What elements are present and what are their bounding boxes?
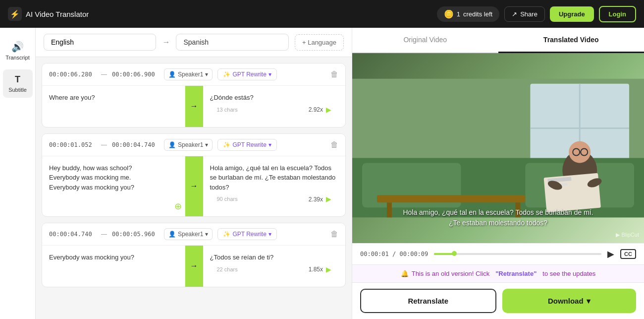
time-dash-2: — xyxy=(101,141,107,148)
main-layout: 🔊 Transcript T Subtitle → Spanish + Lang… xyxy=(0,28,644,319)
progress-dot xyxy=(452,251,457,256)
sidebar-item-subtitle[interactable]: T Subtitle xyxy=(3,69,33,98)
translate-arrow-btn-3[interactable]: → xyxy=(185,246,203,287)
speaker-label-1: Speaker1 xyxy=(178,71,203,78)
entry-card-2: — 👤 Speaker1 ▾ ✨ GPT Rewrite ▾ 🗑 xyxy=(42,133,346,217)
translate-arrow-btn-2[interactable]: → xyxy=(185,156,203,217)
delete-btn-3[interactable]: 🗑 xyxy=(330,230,338,239)
time-start-3[interactable] xyxy=(49,231,96,238)
speaker-chevron-3: ▾ xyxy=(205,231,208,238)
target-language-select[interactable]: Spanish xyxy=(176,34,288,51)
speaker-select-2[interactable]: 👤 Speaker1 ▾ xyxy=(164,139,213,151)
login-button[interactable]: Login xyxy=(599,6,636,22)
video-scene: Hola amigo, ¿qué tal en la escuela? Todo… xyxy=(352,53,644,243)
translated-text-2: Hola amigo, ¿qué tal en la escuela? Todo… xyxy=(210,163,339,192)
gpt-icon-2: ✨ xyxy=(223,141,230,148)
retranslate-button[interactable]: Retranslate xyxy=(360,289,496,313)
play-icon-2[interactable]: ▶ xyxy=(326,194,331,204)
entry-card-1: — 👤 Speaker1 ▾ ✨ GPT Rewrite ▾ 🗑 xyxy=(42,63,346,128)
speaker-icon-3: 👤 xyxy=(168,231,176,238)
subtitle-icon: T xyxy=(15,74,20,85)
char-count-3: 22 chars xyxy=(217,265,238,274)
translated-area-3: ¿Todos se reían de ti? 22 chars 1.85x ▶ xyxy=(203,246,346,287)
time-dash-1: — xyxy=(101,71,107,78)
gpt-rewrite-btn-3[interactable]: ✨ GPT Rewrite ▾ xyxy=(217,228,276,240)
app-header: ⚡ AI Video Translator 🪙 1 credits left ↗… xyxy=(0,0,644,28)
share-label: Share xyxy=(520,10,537,18)
entry-body-3: Everybody was mocking you? → ¿Todos se r… xyxy=(42,246,345,287)
credits-icon: 🪙 xyxy=(444,9,454,19)
share-button[interactable]: ↗ Share xyxy=(504,6,545,22)
entry-footer-2: 90 chars 2.39x ▶ xyxy=(210,192,339,209)
entry-body-1: Where are you? → ¿Dónde estás? 13 chars … xyxy=(42,86,345,127)
target-language-value: Spanish xyxy=(183,38,209,46)
tab-translated-video[interactable]: Translated Video xyxy=(498,28,644,53)
app-logo-icon: ⚡ xyxy=(8,7,22,21)
retranslate-notice-text: This is an old version! Click xyxy=(412,270,490,277)
time-start-1[interactable] xyxy=(49,71,96,78)
sidebar-item-transcript[interactable]: 🔊 Transcript xyxy=(3,36,33,65)
translated-area-1: ¿Dónde estás? 13 chars 2.92x ▶ xyxy=(203,86,346,127)
gpt-chevron-3: ▾ xyxy=(268,231,271,238)
time-start-2[interactable] xyxy=(49,141,96,148)
speaker-chevron-2: ▾ xyxy=(205,141,208,148)
app-title: AI Video Translator xyxy=(26,10,89,18)
gpt-icon-1: ✨ xyxy=(223,71,230,78)
retranslate-notice: 🔔 This is an old version! Click "Retrans… xyxy=(352,264,644,282)
speed-value-2: 2.39x xyxy=(309,195,323,204)
time-dash-3: — xyxy=(101,231,107,238)
play-button[interactable]: ▶ xyxy=(607,249,614,259)
video-container: Hola amigo, ¿qué tal en la escuela? Todo… xyxy=(352,53,644,243)
subtitle-overlay: Hola amigo, ¿qué tal en la escuela? Todo… xyxy=(352,207,644,228)
retranslate-notice-bell: 🔔 xyxy=(401,270,409,277)
gpt-rewrite-btn-1[interactable]: ✨ GPT Rewrite ▾ xyxy=(217,68,276,80)
translated-text-3: ¿Todos se reían de ti? xyxy=(210,253,339,262)
speaker-icon-2: 👤 xyxy=(168,141,176,148)
add-language-button[interactable]: + Language xyxy=(295,34,344,51)
speed-badge-1: 2.92x ▶ xyxy=(309,105,331,115)
delete-btn-2[interactable]: 🗑 xyxy=(330,140,338,149)
retranslate-notice-suffix: to see the updates xyxy=(542,270,595,277)
cc-button[interactable]: CC xyxy=(620,249,636,259)
gpt-label-2: GPT Rewrite xyxy=(232,141,266,148)
speaker-chevron-1: ▾ xyxy=(205,71,208,78)
arrow-icon: → xyxy=(162,38,170,47)
upgrade-button[interactable]: Upgrade xyxy=(550,6,594,22)
time-end-3[interactable] xyxy=(112,231,159,238)
progress-bar[interactable] xyxy=(434,253,601,255)
entry-body-2: Hey buddy, how was school?Everybody was … xyxy=(42,156,345,217)
retranslate-link[interactable]: "Retranslate" xyxy=(495,270,537,277)
translated-area-2: Hola amigo, ¿qué tal en la escuela? Todo… xyxy=(203,156,346,217)
speaker-select-3[interactable]: 👤 Speaker1 ▾ xyxy=(164,228,213,240)
speed-badge-3: 1.85x ▶ xyxy=(309,264,331,275)
speaker-icon-1: 👤 xyxy=(168,71,176,78)
time-end-1[interactable] xyxy=(112,71,159,78)
video-time-display: 00:00:01 / 00:00:09 xyxy=(360,251,428,257)
delete-btn-1[interactable]: 🗑 xyxy=(330,70,338,79)
gpt-rewrite-btn-2[interactable]: ✨ GPT Rewrite ▾ xyxy=(217,139,276,151)
center-panel: → Spanish + Language — 👤 Speaker1 ▾ xyxy=(36,28,352,319)
sidebar-item-subtitle-label: Subtitle xyxy=(8,87,27,93)
entry-header-3: — 👤 Speaker1 ▾ ✨ GPT Rewrite ▾ 🗑 xyxy=(42,223,345,246)
video-tabs: Original Video Translated Video xyxy=(352,28,644,53)
entry-card-3: — 👤 Speaker1 ▾ ✨ GPT Rewrite ▾ 🗑 xyxy=(42,223,346,287)
credits-count: 1 xyxy=(457,10,460,18)
gpt-chevron-2: ▾ xyxy=(268,141,271,148)
translate-arrow-btn-1[interactable]: → xyxy=(185,86,203,127)
entry-header-2: — 👤 Speaker1 ▾ ✨ GPT Rewrite ▾ 🗑 xyxy=(42,134,345,156)
entry-footer-3: 22 chars 1.85x ▶ xyxy=(210,262,339,280)
gpt-icon-3: ✨ xyxy=(223,231,230,238)
source-language-input[interactable] xyxy=(44,34,156,51)
right-panel: Original Video Translated Video xyxy=(352,28,644,319)
add-text-icon-2[interactable]: ⊕ xyxy=(174,200,182,213)
download-button[interactable]: Download ▾ xyxy=(502,289,637,313)
bottom-buttons: Retranslate Download ▾ xyxy=(352,282,644,319)
tab-original-video[interactable]: Original Video xyxy=(352,28,498,53)
time-end-2[interactable] xyxy=(112,141,159,148)
play-icon-1[interactable]: ▶ xyxy=(326,105,331,115)
speed-value-1: 2.92x xyxy=(309,105,323,114)
play-icon-3[interactable]: ▶ xyxy=(326,264,331,275)
speed-badge-2: 2.39x ▶ xyxy=(309,194,331,204)
speaker-select-1[interactable]: 👤 Speaker1 ▾ xyxy=(164,68,213,80)
subtitle-entries: — 👤 Speaker1 ▾ ✨ GPT Rewrite ▾ 🗑 xyxy=(36,57,352,293)
